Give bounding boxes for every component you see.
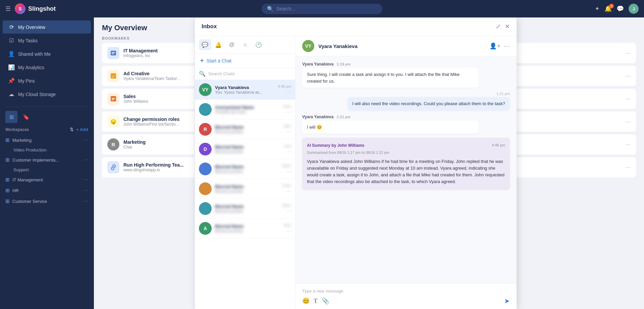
bookmark-more-ad[interactable]: ⋯ <box>625 73 631 79</box>
workspace-child-video-production[interactable]: Video Production <box>0 145 94 154</box>
chat-info-8: Blurred Name Blurred preview <box>215 224 281 233</box>
chat-detail-more-btn[interactable]: ⋯ <box>504 42 510 50</box>
emoji-btn[interactable]: 😊 <box>302 297 310 305</box>
bookmark-more-it[interactable]: ⋯ <box>625 50 631 56</box>
bookmark-icon-sales <box>107 93 119 105</box>
filter-tab-mention[interactable]: @ <box>226 39 238 50</box>
add-workspace-btn[interactable]: + Add <box>76 127 88 132</box>
tasks-icon: ☑ <box>8 37 15 44</box>
chat-more-2[interactable]: ⋯ <box>286 109 291 115</box>
ai-icon[interactable]: ✦ <box>595 5 600 12</box>
sidebar-item-my-pins[interactable]: 📌 My Pins <box>3 74 91 87</box>
workspace-customer-service[interactable]: ⊞ Customer Service ⋯ <box>0 196 94 207</box>
sidebar-item-my-cloud-storage[interactable]: ☁ My Cloud Storage <box>3 88 91 101</box>
expand-inbox-btn[interactable]: ⤢ <box>496 23 501 30</box>
ai-summary-text: Vyara Yanakieva asked John Williams if h… <box>307 158 505 185</box>
inbox-header-actions: ⤢ ✕ <box>496 23 510 30</box>
bookmarks-view-btn[interactable]: 🔖 <box>20 111 32 123</box>
chat-search-input[interactable] <box>208 71 291 76</box>
send-btn[interactable]: ➤ <box>504 297 510 305</box>
sort-icon[interactable]: ⇅ <box>70 127 73 132</box>
chat-search-bar[interactable]: 🔍 <box>195 68 295 80</box>
sidebar-item-my-analytics[interactable]: 📊 My Analytics <box>3 61 91 74</box>
bookmark-more-mkt[interactable]: ⋯ <box>625 141 631 148</box>
chat-meta-3: 2pm ⋯ <box>284 124 291 135</box>
svg-rect-0 <box>111 51 116 55</box>
svg-rect-6 <box>112 98 115 99</box>
workspace-more-btn-4[interactable]: ⋯ <box>84 188 88 193</box>
filter-tab-clock[interactable]: 🕐 <box>253 39 265 50</box>
chat-item-4[interactable]: D Blurred Name Blurred preview 1pm ⋯ <box>195 139 295 159</box>
workspace-more-btn-5[interactable]: ⋯ <box>84 198 88 204</box>
filter-tab-bell[interactable]: 🔔 <box>212 39 224 50</box>
workspace-child-support[interactable]: Support <box>0 165 94 174</box>
cloud-icon: ☁ <box>8 91 15 97</box>
chat-more-vyara[interactable]: ⋯ <box>286 90 291 95</box>
chat-item-2[interactable]: Anonymized Name Preview text here 3:pm ⋯ <box>195 100 295 120</box>
logo-area: S Slingshot <box>15 3 56 14</box>
shared-icon: 👤 <box>8 51 15 57</box>
message-group-2: 1:21 pm I will also need the video recor… <box>302 92 510 111</box>
chat-icon[interactable]: 💬 <box>616 5 624 12</box>
bookmark-more-link[interactable]: ⋯ <box>625 164 631 171</box>
chat-item-7[interactable]: Blurred Name Blurred preview 10am ⋯ <box>195 199 295 219</box>
attachment-btn[interactable]: 📎 <box>322 297 329 305</box>
workspaces-view-btn[interactable]: ⊞ <box>5 111 17 123</box>
user-avatar[interactable]: J <box>629 4 639 14</box>
bookmark-icon-it <box>107 47 119 59</box>
ai-summary-time: 4:46 pm <box>492 142 505 148</box>
msg-bubble-3: I will 😊 <box>302 121 479 134</box>
workspace-marketing[interactable]: ⊞ Marketing ⋯ <box>0 135 94 145</box>
chat-more-6[interactable]: ⋯ <box>286 189 291 194</box>
message-group-3: Vyara Yanakieva 1:21 pm I will 😊 <box>302 115 510 134</box>
inbox-header: Inbox ⤢ ✕ <box>195 17 517 36</box>
search-input[interactable] <box>276 6 377 11</box>
filter-tab-chat[interactable]: 💬 <box>199 39 211 50</box>
chat-more-4[interactable]: ⋯ <box>286 149 291 154</box>
bookmark-more-sales[interactable]: ⋯ <box>625 96 631 102</box>
ai-summary-header: AI Summary by John Williams 4:46 pm <box>307 142 505 148</box>
chat-info-2: Anonymized Name Preview text here <box>215 105 280 115</box>
chat-detail-avatar: VY <box>302 40 314 52</box>
plus-icon: + <box>200 57 204 64</box>
workspace-more-btn-3[interactable]: ⋯ <box>84 177 88 182</box>
workspace-icon-5: ⊞ <box>5 198 10 204</box>
workspace-more-btn-2[interactable]: ⋯ <box>84 157 88 163</box>
chat-message-input[interactable] <box>302 289 510 294</box>
chat-info-7: Blurred Name Blurred preview <box>215 204 278 214</box>
chat-item-5[interactable]: Blurred Name Blurred preview 12pm ⋯ <box>195 159 295 179</box>
chat-info-5: Blurred Name Blurred preview <box>215 164 278 174</box>
workspace-hr[interactable]: ⊞ HR ⋯ <box>0 185 94 196</box>
notification-icon[interactable]: 🔔 2 <box>604 5 612 12</box>
sidebar-nav: ⟳ My Overview ☑ My Tasks 👤 Shared with M… <box>0 17 94 104</box>
chat-more-7[interactable]: ⋯ <box>286 209 291 214</box>
chat-item-6[interactable]: Blurred Name Blurred preview 11am ⋯ <box>195 179 295 199</box>
notification-badge: 2 <box>609 4 614 8</box>
bookmark-more-perm[interactable]: ⋯ <box>625 119 631 125</box>
avatar-5 <box>199 163 212 175</box>
workspace-it-management[interactable]: ⊞ IT Management ⋯ <box>0 174 94 185</box>
workspace-more-btn[interactable]: ⋯ <box>84 137 88 143</box>
close-inbox-btn[interactable]: ✕ <box>505 23 510 30</box>
add-member-btn[interactable]: 👤+ <box>489 42 500 50</box>
menu-icon[interactable]: ☰ <box>5 5 11 12</box>
global-search[interactable]: 🔍 <box>262 4 382 14</box>
filter-tab-star[interactable]: ☆ <box>239 39 251 50</box>
view-toggle: ⊞ 🔖 <box>0 109 94 124</box>
sidebar-item-shared-with-me[interactable]: 👤 Shared with Me <box>3 47 91 60</box>
bookmark-icon-ad: ✓ <box>107 70 119 82</box>
chat-more-5[interactable]: ⋯ <box>286 169 291 174</box>
sidebar: ⟳ My Overview ☑ My Tasks 👤 Shared with M… <box>0 17 94 309</box>
text-format-btn[interactable]: T <box>314 298 318 305</box>
chat-more-8[interactable]: ⋯ <box>286 228 291 234</box>
inbox-body: 💬 🔔 @ ☆ 🕐 + Start a Chat 🔍 <box>195 36 517 309</box>
sidebar-item-my-overview[interactable]: ⟳ My Overview <box>3 20 91 34</box>
workspace-icon-3: ⊞ <box>5 177 10 183</box>
sidebar-item-my-tasks[interactable]: ☑ My Tasks <box>3 34 91 47</box>
workspace-customer-implementation[interactable]: ⊞ Customer Implementa... ⋯ <box>0 154 94 165</box>
start-chat-button[interactable]: + Start a Chat <box>195 54 295 68</box>
chat-item-3[interactable]: R Blurred Name Blurred preview 2pm ⋯ <box>195 120 295 139</box>
chat-more-3[interactable]: ⋯ <box>286 129 291 135</box>
chat-item-8[interactable]: A Blurred Name Blurred preview 9am ⋯ <box>195 219 295 238</box>
chat-item-vyara[interactable]: VY Vyara Yanakieva You: Vyara Yanakieva … <box>195 80 295 100</box>
